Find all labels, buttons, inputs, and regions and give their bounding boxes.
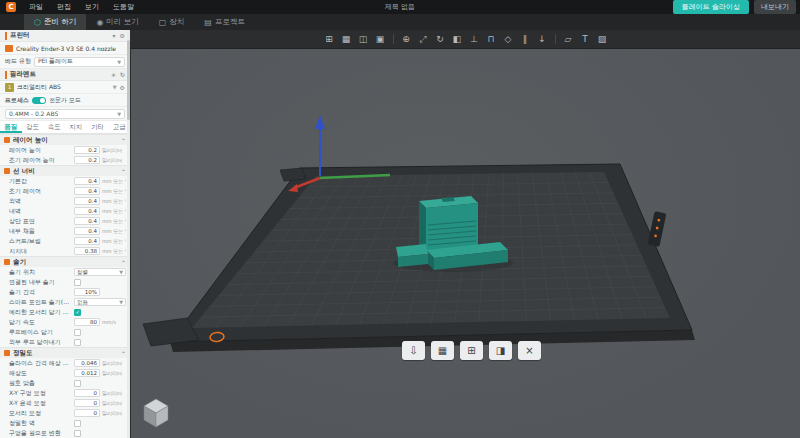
drop-icon[interactable]: ↓: [535, 32, 550, 47]
view-cube[interactable]: [141, 396, 171, 430]
menu-item-3[interactable]: 도움말: [106, 2, 141, 12]
section-header-1[interactable]: 선 너비⌃: [0, 165, 130, 176]
lay-flat-icon[interactable]: ⊥: [467, 32, 482, 47]
setting-label: 초기 레이어: [9, 187, 71, 196]
param-tab-2[interactable]: 속도: [43, 121, 65, 133]
slice-button[interactable]: 플레이트 슬라이싱: [673, 0, 749, 14]
setting-input[interactable]: 0.38: [74, 247, 100, 255]
support-icon[interactable]: ⊓: [484, 32, 499, 47]
clone-button[interactable]: ⊞: [460, 341, 483, 360]
workspace-tab-1[interactable]: ◉미리 보기: [86, 14, 148, 30]
delete-button[interactable]: ×: [518, 341, 541, 360]
mirror-icon[interactable]: ◧: [450, 32, 465, 47]
menu-item-0[interactable]: 파일: [22, 2, 50, 12]
setting-input[interactable]: 0.4: [74, 187, 100, 195]
arrange-button[interactable]: ▦: [431, 341, 454, 360]
setting-checkbox[interactable]: ✓: [74, 309, 81, 316]
section-header-0[interactable]: 레이어 높이⌃: [0, 134, 130, 145]
setting-select[interactable]: 없음▼: [74, 298, 126, 306]
setting-input[interactable]: 0.4: [74, 217, 100, 225]
object-list-icon[interactable]: ▦: [339, 32, 354, 47]
clone-icon[interactable]: ▱: [561, 32, 576, 47]
paint-icon[interactable]: ▨: [595, 32, 610, 47]
setting-row: 상단 표면0.4mm 또는 %: [0, 216, 130, 226]
section-view-icon[interactable]: ◫: [356, 32, 371, 47]
filament-swatch[interactable]: 1: [5, 83, 14, 92]
collapse-chevron-icon[interactable]: ⌃: [121, 350, 126, 357]
setting-control: 없음▼: [74, 298, 126, 306]
export-button[interactable]: 내보내기: [754, 0, 796, 14]
printer-row[interactable]: Creality Ender-3 V3 SE 0.4 nozzle: [0, 42, 130, 55]
rotate-icon[interactable]: ↻: [433, 32, 448, 47]
setting-select[interactable]: 정렬▼: [74, 268, 126, 276]
seam-icon[interactable]: ◇: [501, 32, 516, 47]
workspace-tab-bar: ⬡준비 하기◉미리 보기▢장치▤프로젝트: [0, 14, 800, 30]
printer-section-header[interactable]: 프린터 ▾ ⚙: [0, 30, 130, 42]
param-tab-3[interactable]: 지지: [65, 121, 87, 133]
add-filament-icon[interactable]: +: [111, 71, 116, 78]
split-icon[interactable]: ∥: [518, 32, 533, 47]
measure-icon[interactable]: ▣: [373, 32, 388, 47]
setting-input[interactable]: 10%: [74, 288, 100, 296]
chevron-down-icon[interactable]: ▼: [113, 84, 117, 90]
import-model-icon[interactable]: ⊞: [322, 32, 337, 47]
move-icon[interactable]: ⊕: [399, 32, 414, 47]
setting-input[interactable]: 0.4: [74, 197, 100, 205]
expert-mode-toggle[interactable]: [32, 97, 46, 104]
chevron-down-icon[interactable]: ▾: [113, 32, 116, 39]
collapse-chevron-icon[interactable]: ⌃: [121, 137, 126, 144]
section-header-3[interactable]: 정밀도⌃: [0, 347, 130, 358]
filament-row[interactable]: 1 크리얼리티 ABS ▼ ⚙: [0, 81, 130, 94]
bed-type-select[interactable]: PEI 플레이트 ▼: [34, 57, 125, 67]
setting-input[interactable]: 0: [74, 389, 100, 397]
tab-icon: ◉: [96, 18, 103, 27]
scene-canvas[interactable]: [131, 49, 799, 438]
collapse-chevron-icon[interactable]: ⌃: [121, 168, 126, 175]
setting-input[interactable]: 0.2: [74, 146, 100, 154]
gear-icon[interactable]: ⚙: [120, 84, 125, 91]
setting-checkbox[interactable]: [74, 339, 81, 346]
text-icon[interactable]: T: [578, 32, 593, 47]
setting-checkbox[interactable]: [74, 430, 81, 437]
setting-input[interactable]: 0.4: [74, 177, 100, 185]
setting-control: 0.4mm 또는 %: [74, 217, 126, 225]
filament-section-header[interactable]: 필라멘트 + ↻: [0, 69, 130, 81]
workspace-tab-3[interactable]: ▤프로젝트: [194, 14, 255, 30]
setting-checkbox[interactable]: [74, 420, 81, 427]
setting-input[interactable]: 0.2: [74, 156, 100, 164]
setting-input[interactable]: 0.046: [74, 359, 100, 367]
settings-list: 레이어 높이⌃레이어 높이0.2밀리미터초기 레이어 높이0.2밀리미터선 너비…: [0, 134, 130, 438]
sidebar-scrollbar[interactable]: [127, 30, 130, 438]
setting-input[interactable]: 0: [74, 399, 100, 407]
auto-orient-button[interactable]: ⇩: [402, 341, 425, 360]
collapse-chevron-icon[interactable]: ⌃: [121, 259, 126, 266]
menubar: C 파일편집보기도움말 제목 없음 플레이트 슬라이싱 내보내기: [0, 0, 800, 14]
section-header-2[interactable]: 솔기⌃: [0, 256, 130, 267]
setting-checkbox[interactable]: [74, 279, 81, 286]
setting-input[interactable]: 0.4: [74, 227, 100, 235]
setting-input[interactable]: 0.4: [74, 237, 100, 245]
param-tab-0[interactable]: 품질: [0, 121, 22, 133]
setting-input[interactable]: 0.4: [74, 207, 100, 215]
param-tab-4[interactable]: 기타: [87, 121, 109, 133]
viewport-3d[interactable]: ⊞▦◫▣⊕⤢↻◧⊥⊓◇∥↓▱T▨: [131, 30, 800, 438]
menu-item-2[interactable]: 보기: [78, 2, 106, 12]
scale-icon[interactable]: ⤢: [416, 32, 431, 47]
workspace-tab-2[interactable]: ▢장치: [149, 14, 195, 30]
paint-button[interactable]: ◨: [489, 341, 512, 360]
menu-item-1[interactable]: 편집: [50, 2, 78, 12]
setting-input[interactable]: 0: [74, 409, 100, 417]
setting-checkbox[interactable]: [74, 380, 81, 387]
setting-input[interactable]: 80: [74, 318, 100, 326]
process-profile-select[interactable]: 0.4MM - 0.2 ABS ▼: [5, 109, 125, 119]
setting-control: [74, 380, 126, 387]
printer-header-label: 프린터: [10, 31, 30, 40]
gear-icon[interactable]: ⚙: [120, 32, 125, 39]
scrollbar-thumb[interactable]: [127, 40, 130, 120]
param-tab-1[interactable]: 강도: [22, 121, 44, 133]
setting-input[interactable]: 0.012: [74, 369, 100, 377]
setting-checkbox[interactable]: [74, 329, 81, 336]
sync-icon[interactable]: ↻: [120, 71, 125, 78]
workspace-tab-0[interactable]: ⬡준비 하기: [24, 14, 86, 30]
setting-row: 솔기 위치정렬▼: [0, 267, 130, 277]
